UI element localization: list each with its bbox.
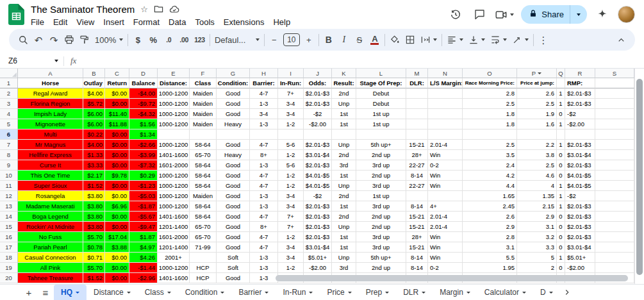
row-header-6[interactable]: 6 bbox=[0, 129, 18, 140]
all-sheets-button[interactable]: ≡ bbox=[37, 285, 54, 300]
cell[interactable]: 2.4 bbox=[463, 160, 517, 171]
cell[interactable]: -$5.03 bbox=[129, 191, 158, 201]
cell[interactable]: $2.01-$3 bbox=[565, 201, 595, 212]
cell[interactable]: 5th up+ bbox=[356, 140, 406, 150]
sheet-tab-class[interactable]: Class bbox=[138, 285, 178, 300]
column-header-b[interactable]: B bbox=[83, 69, 105, 78]
cell[interactable]: 1st up bbox=[356, 109, 406, 119]
cell[interactable]: Debut bbox=[356, 99, 406, 109]
cell[interactable]: 1-3 bbox=[250, 253, 278, 263]
cell[interactable]: Win bbox=[428, 150, 463, 160]
cell[interactable]: Debut bbox=[356, 88, 406, 99]
row-header-18[interactable]: 18 bbox=[0, 253, 18, 263]
cell[interactable]: 1000-1200 bbox=[158, 181, 190, 191]
cell[interactable]: -$3.99 bbox=[129, 150, 158, 160]
cell[interactable]: $2.01-$3 bbox=[304, 99, 332, 109]
column-header-h[interactable]: H bbox=[250, 69, 278, 78]
cell[interactable]: Class bbox=[190, 78, 217, 88]
cell[interactable]: $4.01-$5 bbox=[565, 181, 595, 191]
cell[interactable]: Heavy bbox=[217, 150, 250, 160]
row-header-14[interactable]: 14 bbox=[0, 212, 18, 222]
cell[interactable]: 5-6 bbox=[278, 140, 304, 150]
cell[interactable]: 2.15 bbox=[517, 201, 557, 212]
borders-button[interactable] bbox=[402, 32, 418, 48]
cell[interactable]: 1 bbox=[557, 99, 565, 109]
cell[interactable]: 5-6 bbox=[278, 160, 304, 171]
zoom-select[interactable]: 100% bbox=[92, 32, 126, 48]
cell[interactable]: $2.01-$3 bbox=[304, 88, 332, 99]
cell[interactable]: 2.01-4 bbox=[428, 140, 463, 150]
column-header-o[interactable]: O bbox=[463, 69, 517, 78]
cell[interactable]: Florina Region bbox=[18, 99, 83, 109]
cell[interactable]: -$1.44 bbox=[129, 263, 158, 273]
cell[interactable]: 1000-1200 bbox=[158, 201, 190, 212]
cell[interactable]: 1.95 bbox=[463, 263, 517, 273]
cell[interactable]: RMP: bbox=[565, 78, 595, 88]
cell[interactable]: Unp bbox=[332, 253, 356, 263]
cell[interactable]: $5.72 bbox=[83, 99, 105, 109]
cell[interactable]: 4.4 bbox=[463, 181, 517, 191]
cell[interactable]: $6.00 bbox=[83, 109, 105, 119]
increase-font-size-button[interactable]: + bbox=[301, 32, 317, 48]
cell[interactable]: $0.22 bbox=[83, 129, 105, 140]
cell[interactable]: 7+ bbox=[278, 88, 304, 99]
cell[interactable]: Maiden bbox=[190, 119, 217, 129]
cell[interactable]: Win bbox=[428, 181, 463, 191]
cell[interactable]: 1st up bbox=[356, 119, 406, 129]
cell[interactable]: 2nd up bbox=[356, 150, 406, 160]
cell[interactable] bbox=[428, 88, 463, 99]
sheet-tab-dlr[interactable]: DLR bbox=[396, 285, 433, 300]
cell[interactable]: -$5.67 bbox=[129, 212, 158, 222]
cell[interactable]: $11.40 bbox=[105, 109, 129, 119]
column-header-n[interactable]: N bbox=[428, 69, 463, 78]
cell[interactable]: 58-64 bbox=[190, 212, 217, 222]
vertical-align-button[interactable] bbox=[466, 32, 488, 48]
cell[interactable]: 1.9 bbox=[517, 109, 557, 119]
cell[interactable]: Multi bbox=[18, 129, 83, 140]
cell[interactable]: $17.04 bbox=[105, 232, 129, 242]
cell[interactable]: -$2 bbox=[304, 191, 332, 201]
paint-format-button[interactable] bbox=[77, 32, 92, 48]
version-history-icon[interactable] bbox=[447, 6, 464, 23]
cell[interactable]: $2.01-$3 bbox=[565, 212, 595, 222]
menu-file[interactable]: File bbox=[26, 17, 49, 28]
cell[interactable]: 1000-1200 bbox=[158, 263, 190, 273]
row-header-2[interactable]: 2 bbox=[0, 88, 18, 99]
cell[interactable]: 3rd up bbox=[356, 242, 406, 253]
increase-decimal-button[interactable]: .00 bbox=[176, 32, 192, 48]
cell[interactable]: Good bbox=[217, 88, 250, 99]
cell[interactable]: $2.01-$3 bbox=[565, 140, 595, 150]
column-header-r[interactable]: R bbox=[565, 69, 595, 78]
cell[interactable]: Result: bbox=[332, 78, 356, 88]
menu-help[interactable]: Help bbox=[268, 17, 295, 28]
cell[interactable]: $3.88 bbox=[105, 242, 129, 253]
cell[interactable]: L/S Margin: bbox=[428, 78, 463, 88]
cell[interactable]: 1 bbox=[557, 88, 565, 99]
cell[interactable]: 2.01-4 bbox=[428, 212, 463, 222]
cell[interactable]: $5.70 bbox=[83, 232, 105, 242]
cell[interactable]: Unp bbox=[332, 181, 356, 191]
cell[interactable]: 3-4 bbox=[278, 191, 304, 201]
cell[interactable]: 1000-1200 bbox=[158, 171, 190, 181]
cell[interactable]: 0 bbox=[557, 232, 565, 242]
row-header-12[interactable]: 12 bbox=[0, 191, 18, 201]
cell[interactable]: Odds: bbox=[304, 78, 332, 88]
cell[interactable]: Super Sioux bbox=[18, 181, 83, 191]
cell[interactable] bbox=[428, 109, 463, 119]
cell[interactable]: -$1.87 bbox=[129, 201, 158, 212]
cell[interactable]: 1601-2000 bbox=[158, 232, 190, 242]
cell[interactable]: -$4.32 bbox=[129, 109, 158, 119]
cell[interactable]: $0.71 bbox=[83, 253, 105, 263]
merge-cells-button[interactable] bbox=[418, 32, 440, 48]
cell[interactable]: $0.29 bbox=[129, 171, 158, 181]
cell[interactable]: $5.70 bbox=[83, 263, 105, 273]
cell[interactable]: 2.8 bbox=[463, 88, 517, 99]
cell[interactable]: 3rd bbox=[332, 263, 356, 273]
cell[interactable]: 1st up bbox=[356, 191, 406, 201]
cell[interactable]: 1401-1600 bbox=[158, 273, 190, 283]
cell[interactable]: 1-3 bbox=[250, 119, 278, 129]
tab-scroll-right-button[interactable] bbox=[560, 285, 574, 300]
share-button[interactable]: Share bbox=[521, 5, 587, 24]
cell[interactable]: 15-21 bbox=[406, 140, 428, 150]
cell[interactable]: 3.1 bbox=[517, 222, 557, 232]
